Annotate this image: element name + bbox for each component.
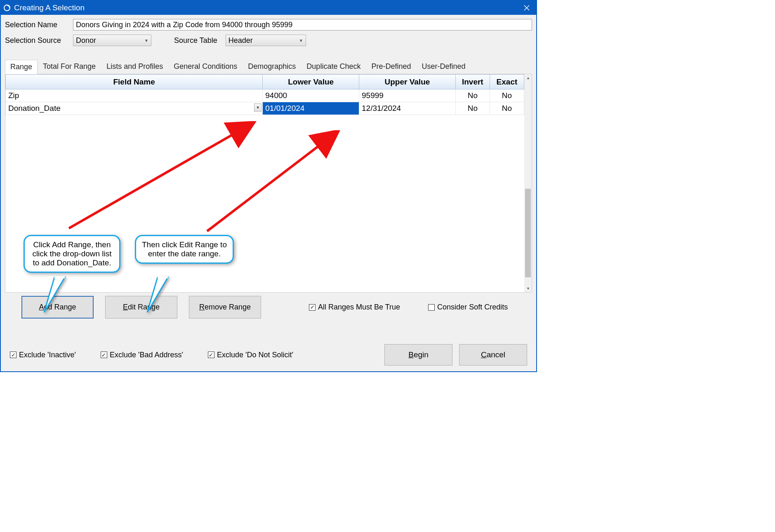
selection-source-combo[interactable]: Donor ▼ xyxy=(73,35,151,46)
add-range-button[interactable]: Add Range xyxy=(21,296,94,319)
checkbox-icon: ✓ xyxy=(309,304,316,311)
exclude-do-not-solicit-checkbox[interactable]: ✓ Exclude 'Do Not Solicit' xyxy=(208,351,293,359)
tab-lists-and-profiles[interactable]: Lists and Profiles xyxy=(101,59,168,74)
col-upper-value[interactable]: Upper Value xyxy=(359,75,456,89)
exclude-inactive-label: Exclude 'Inactive' xyxy=(19,351,76,359)
tab-demographics[interactable]: Demographics xyxy=(243,59,301,74)
consider-soft-credits-label: Consider Soft Credits xyxy=(437,303,508,312)
selection-source-value: Donor xyxy=(76,36,96,45)
edit-range-label: Edit Range xyxy=(123,303,160,312)
begin-label-u: B xyxy=(408,350,414,359)
remove-range-button[interactable]: Remove Range xyxy=(189,296,261,319)
cell-upper-value[interactable]: 95999 xyxy=(359,89,456,102)
dialog-window: Creating A Selection Selection Name Sele… xyxy=(0,0,537,372)
window-title: Creating A Selection xyxy=(14,3,517,12)
range-grid-area: Field Name Lower Value Upper Value Inver… xyxy=(5,74,532,293)
tab-user-defined[interactable]: User-Defined xyxy=(416,59,471,74)
close-button[interactable] xyxy=(517,1,536,15)
grid-vertical-scrollbar[interactable]: ▴ ▾ xyxy=(524,74,532,292)
tab-total-for-range[interactable]: Total For Range xyxy=(38,59,101,74)
cell-field-name[interactable]: Donation_Date▼ xyxy=(6,102,263,115)
checkbox-icon: ✓ xyxy=(101,352,107,358)
edit-range-button[interactable]: Edit Range xyxy=(105,296,177,319)
cell-lower-value[interactable]: 94000 xyxy=(263,89,359,102)
cell-lower-value[interactable]: 01/01/2024 xyxy=(263,102,359,115)
cell-field-name[interactable]: Zip xyxy=(6,89,263,102)
checkbox-icon: ✓ xyxy=(208,352,214,358)
tab-range[interactable]: Range xyxy=(5,60,38,74)
col-lower-value[interactable]: Lower Value xyxy=(263,75,359,89)
selection-source-label: Selection Source xyxy=(5,36,73,45)
chevron-down-icon: ▼ xyxy=(144,38,148,43)
exclude-do-not-solicit-label: Exclude 'Do Not Solicit' xyxy=(217,351,293,359)
all-ranges-true-label: All Ranges Must Be True xyxy=(318,303,400,312)
app-icon xyxy=(3,4,11,12)
cell-exact[interactable]: No xyxy=(490,89,524,102)
cell-exact[interactable]: No xyxy=(490,102,524,115)
exclude-bad-address-checkbox[interactable]: ✓ Exclude 'Bad Address' xyxy=(101,351,183,359)
selection-name-input[interactable] xyxy=(73,19,532,30)
field-dropdown-button[interactable]: ▼ xyxy=(254,103,261,112)
exclude-bad-address-label: Exclude 'Bad Address' xyxy=(110,351,183,359)
scroll-up-icon[interactable]: ▴ xyxy=(524,74,532,82)
chevron-down-icon: ▼ xyxy=(299,38,303,43)
table-row[interactable]: Donation_Date▼01/01/202412/31/2024NoNo xyxy=(6,102,524,115)
scroll-track[interactable] xyxy=(524,82,532,285)
scroll-down-icon[interactable]: ▾ xyxy=(524,285,532,292)
scroll-thumb[interactable] xyxy=(525,189,531,277)
add-range-label: Add Range xyxy=(39,303,76,312)
col-field-name[interactable]: Field Name xyxy=(6,75,263,89)
col-invert[interactable]: Invert xyxy=(455,75,490,89)
cell-invert[interactable]: No xyxy=(455,102,490,115)
begin-button[interactable]: Begin xyxy=(384,344,452,366)
cancel-label-u: C xyxy=(481,350,487,359)
tab-general-conditions[interactable]: General Conditions xyxy=(168,59,243,74)
cell-upper-value[interactable]: 12/31/2024 xyxy=(359,102,456,115)
exclude-inactive-checkbox[interactable]: ✓ Exclude 'Inactive' xyxy=(10,351,76,359)
cell-invert[interactable]: No xyxy=(455,89,490,102)
table-row[interactable]: Zip9400095999NoNo xyxy=(6,89,524,102)
tab-strip: RangeTotal For RangeLists and ProfilesGe… xyxy=(5,59,532,74)
source-table-combo[interactable]: Header ▼ xyxy=(226,35,306,46)
checkbox-icon xyxy=(428,304,435,311)
tab-duplicate-check[interactable]: Duplicate Check xyxy=(301,59,366,74)
selection-name-label: Selection Name xyxy=(5,21,73,29)
source-table-label: Source Table xyxy=(174,36,217,45)
cancel-button[interactable]: Cancel xyxy=(459,344,527,366)
title-bar: Creating A Selection xyxy=(1,1,536,15)
checkbox-icon: ✓ xyxy=(10,352,16,358)
dialog-body: Selection Name Selection Source Donor ▼ … xyxy=(1,15,536,371)
remove-range-label: Remove Range xyxy=(199,303,251,312)
consider-soft-credits-checkbox[interactable]: Consider Soft Credits xyxy=(428,303,508,312)
cancel-label-rest: ancel xyxy=(487,350,505,359)
range-grid: Field Name Lower Value Upper Value Inver… xyxy=(5,74,524,115)
begin-label-rest: egin xyxy=(414,350,429,359)
source-table-value: Header xyxy=(228,36,253,45)
all-ranges-true-checkbox[interactable]: ✓ All Ranges Must Be True xyxy=(309,303,400,312)
tab-pre-defined[interactable]: Pre-Defined xyxy=(366,59,416,74)
col-exact[interactable]: Exact xyxy=(490,75,524,89)
